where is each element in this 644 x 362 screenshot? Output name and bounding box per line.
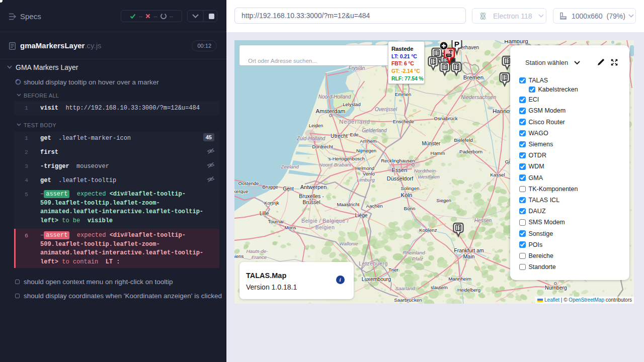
svg-text:Kortrijk: Kortrijk [264,200,279,206]
svg-text:Fryslân: Fryslân [349,65,365,71]
svg-text:Tournai: Tournai [268,219,283,224]
svg-text:Antwerpen: Antwerpen [300,184,327,190]
svg-text:Frankfurt am: Frankfurt am [454,247,484,253]
svg-text:Hamburg: Hamburg [504,40,528,44]
svg-text:Brugge: Brugge [262,184,278,190]
svg-text:Bonn: Bonn [404,206,416,211]
svg-text:Hauts-de-: Hauts-de- [246,248,268,254]
svg-text:Luxembourg: Luxembourg [362,276,391,282]
svg-text:Rheinland-: Rheinland- [403,250,427,255]
svg-text:Enschede: Enschede [393,119,414,124]
svg-text:Emmen: Emmen [395,92,412,97]
svg-text:Essen: Essen [392,167,408,173]
svg-text:Noord-Brabant: Noord-Brabant [319,162,352,167]
svg-text:Gelderland: Gelderland [362,128,387,133]
svg-text:Amsterdam: Amsterdam [316,108,346,114]
svg-text:Nijmegen: Nijmegen [356,148,376,153]
svg-text:Oostende: Oostende [238,180,259,186]
svg-text:Lëtzebuerg: Lëtzebuerg [359,260,388,266]
svg-text:'s-Hertogenbosch: 's-Hertogenbosch [328,156,365,161]
svg-text:Dordrecht: Dordrecht [312,144,333,149]
svg-text:Noord-Holland: Noord-Holland [318,94,351,100]
svg-text:België / Belgique /: België / Belgique / [301,218,349,224]
svg-text:Niedersachsen: Niedersachsen [461,94,496,100]
svg-text:Zuid-Holland: Zuid-Holland [296,136,326,141]
svg-text:Saarbrücken: Saarbrücken [394,297,422,303]
svg-text:Kassel: Kassel [490,172,505,177]
svg-text:Main: Main [463,253,475,259]
svg-text:nkerque: nkerque [234,189,248,194]
svg-text:Venlo: Venlo [363,171,375,176]
svg-text:Aachen: Aachen [366,203,382,209]
svg-text:Hamm: Hamm [431,150,445,156]
svg-text:Lelystad: Lelystad [343,102,360,107]
svg-text:Nürnberg: Nürnberg [545,285,567,291]
svg-text:niens: niens [234,253,244,259]
svg-text:Osnabrück: Osnabrück [434,116,457,121]
svg-text:Gent: Gent [283,186,294,192]
svg-text:slautern: slautern [431,285,448,290]
svg-text:Brussel: Brussel [302,199,320,205]
svg-text:Overijssel: Overijssel [375,107,397,112]
svg-text:Nederland: Nederland [339,119,370,125]
svg-text:Utrecht: Utrecht [331,133,348,139]
svg-text:Recklinghausen: Recklinghausen [381,158,415,163]
svg-text:Belgien: Belgien [315,224,335,230]
svg-text:Düsseldorf: Düsseldorf [387,175,414,182]
svg-text:Paderborn: Paderborn [459,149,482,154]
svg-text:Mons: Mons [284,225,296,230]
svg-text:P: P [454,40,459,48]
svg-text:Wallonie: Wallonie [339,241,358,246]
svg-text:Nordrhein-: Nordrhein- [414,168,438,173]
svg-text:Maastricht: Maastricht [337,202,359,207]
svg-text:Hessen: Hessen [474,218,492,223]
svg-text:Arnhem: Arnhem [360,138,376,144]
svg-text:Limburg: Limburg [357,177,375,183]
svg-text:Bremen: Bremen [463,74,484,80]
svg-text:Liège: Liège [355,213,368,218]
svg-text:Bielefeld: Bielefeld [454,137,473,143]
svg-text:erhaven: erhaven [461,45,479,50]
svg-text:Zeeland: Zeeland [280,164,299,169]
svg-text:Helmond: Helmond [355,165,374,171]
svg-text:France: France [252,254,267,260]
svg-text:Trier: Trier [388,267,399,273]
svg-text:Heidelberg: Heidelberg [457,287,480,293]
svg-text:Leiden: Leiden [309,123,324,128]
svg-text:Bruxelles -: Bruxelles - [299,193,324,199]
svg-text:Köln: Köln [400,192,412,198]
svg-text:Münster: Münster [422,141,441,146]
svg-text:Saarland: Saarland [395,286,415,291]
svg-text:Lille: Lille [260,210,269,216]
svg-text:Solingen: Solingen [401,186,420,191]
svg-text:Pfalz: Pfalz [412,256,423,261]
svg-text:Ede: Ede [350,132,359,137]
svg-text:Koblenz: Koblenz [419,227,437,233]
svg-text:Westfalen: Westfalen [418,174,439,179]
svg-text:Mannheim: Mannheim [448,276,471,282]
svg-text:Siegen: Siegen [436,198,451,203]
